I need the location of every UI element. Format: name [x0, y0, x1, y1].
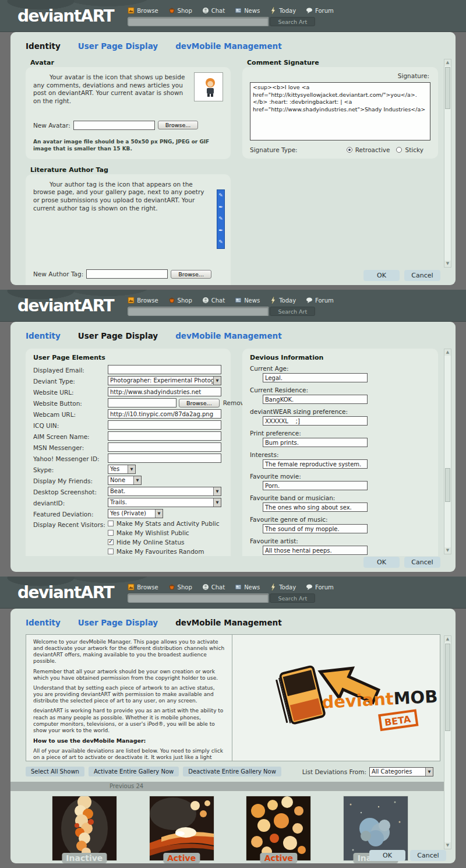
scroll-up-arrow[interactable]: ▲: [444, 349, 451, 356]
scroll-down-arrow[interactable]: ▼: [444, 842, 451, 849]
scroll-down-arrow[interactable]: ▼: [444, 547, 451, 554]
tab-user-page-display[interactable]: User Page Display: [78, 618, 158, 627]
tab-user-page-display[interactable]: User Page Display: [78, 41, 158, 51]
webcam-url-input[interactable]: [108, 409, 221, 419]
search-input[interactable]: [128, 307, 269, 316]
ok-button[interactable]: OK: [363, 557, 400, 568]
nav-forum[interactable]: Forum: [306, 7, 334, 14]
nav-browse[interactable]: Browse: [128, 584, 158, 591]
panel-scrollbar[interactable]: ▲ ▼: [444, 59, 451, 268]
scrollbar-thumb[interactable]: [445, 644, 450, 731]
retroactive-radio[interactable]: [347, 147, 352, 153]
nav-news[interactable]: News: [235, 7, 260, 14]
current-residence-input[interactable]: [263, 395, 368, 404]
signature-textarea[interactable]: <sup><b>I love <a href="http://kittysyel…: [250, 82, 430, 140]
nav-chat[interactable]: Chat: [202, 297, 225, 304]
tab-devmobile-management[interactable]: devMobile Management: [175, 618, 281, 627]
nav-forum[interactable]: Forum: [306, 297, 334, 304]
cancel-button[interactable]: Cancel: [410, 850, 446, 861]
nav-news[interactable]: News: [235, 297, 260, 304]
deviant-type-select[interactable]: Photographer: Experimental Photographer▼: [108, 376, 221, 385]
cancel-button[interactable]: Cancel: [404, 270, 440, 281]
stats-public-checkbox[interactable]: [108, 521, 114, 526]
nav-shop[interactable]: Shop: [168, 584, 192, 591]
nav-browse[interactable]: Browse: [128, 7, 158, 14]
list-deviations-select[interactable]: All Categories▼: [369, 767, 433, 776]
nav-today[interactable]: Today: [270, 297, 296, 304]
nav-chat[interactable]: Chat: [202, 584, 225, 591]
deviantart-logo[interactable]: deviantART: [17, 583, 114, 602]
scroll-down-arrow[interactable]: ▼: [444, 261, 451, 267]
website-button-input[interactable]: [108, 398, 176, 407]
nav-shop[interactable]: Shop: [168, 7, 192, 14]
nav-forum[interactable]: Forum: [306, 584, 334, 591]
scroll-up-arrow[interactable]: ▲: [444, 59, 451, 66]
skype-select[interactable]: Yes▼: [108, 465, 136, 474]
wishlist-public-checkbox[interactable]: [108, 530, 114, 536]
favourite-band-input[interactable]: [263, 502, 368, 512]
avatar-browse-button[interactable]: Browse...: [158, 121, 199, 129]
website-url-input[interactable]: [108, 387, 221, 396]
search-art-button[interactable]: Search Art: [270, 593, 315, 603]
favourite-movie-input[interactable]: [263, 481, 368, 490]
favourites-random-checkbox[interactable]: [108, 549, 114, 554]
deviantart-logo[interactable]: deviantART: [17, 6, 114, 26]
deviation-thumbnail-spark-ii[interactable]: Active: [246, 796, 311, 863]
tab-identity[interactable]: Identity: [26, 618, 61, 627]
featured-deviation-select[interactable]: Yes (Private)▼: [108, 509, 163, 518]
print-preference-input[interactable]: [263, 438, 368, 447]
nav-today[interactable]: Today: [270, 584, 296, 591]
displayed-email-input[interactable]: [108, 365, 221, 374]
interests-input[interactable]: [263, 459, 368, 469]
deviantart-logo[interactable]: deviantART: [17, 296, 114, 315]
msn-input[interactable]: [108, 442, 221, 452]
yahoo-input[interactable]: [108, 454, 221, 463]
nav-today[interactable]: Today: [270, 7, 296, 14]
select-all-shown-button[interactable]: Select All Shown: [26, 767, 84, 776]
scrollbar-thumb[interactable]: [445, 67, 450, 109]
tab-user-page-display[interactable]: User Page Display: [78, 331, 158, 340]
search-input[interactable]: [128, 593, 269, 603]
deviantid-select[interactable]: Trails.▼: [108, 498, 221, 507]
ok-button[interactable]: OK: [369, 850, 405, 861]
deviantwear-sizing-input[interactable]: [263, 416, 368, 426]
current-age-input[interactable]: [263, 373, 368, 382]
author-tag-browse-button[interactable]: Browse...: [171, 270, 211, 279]
ok-button[interactable]: OK: [363, 270, 400, 281]
tab-devmobile-management[interactable]: devMobile Management: [175, 331, 281, 340]
deactivate-gallery-button[interactable]: Deactivate Entire Gallery Now: [183, 767, 281, 776]
deviation-thumbnail-trails[interactable]: Active: [149, 796, 214, 863]
search-input[interactable]: [128, 17, 269, 26]
tab-devmobile-management[interactable]: devMobile Management: [175, 41, 281, 51]
panel-scrollbar[interactable]: ▲ ▼: [444, 635, 451, 849]
deviation-thumbnail-spark[interactable]: Inactive: [52, 796, 117, 863]
nav-browse[interactable]: Browse: [128, 297, 158, 304]
devious-information-title: Devious Information: [250, 354, 430, 361]
icq-input[interactable]: [108, 420, 221, 430]
favourite-genre-input[interactable]: [263, 524, 368, 533]
nav-news[interactable]: News: [235, 584, 260, 591]
shop-icon: [168, 7, 175, 14]
nav-chat[interactable]: Chat: [202, 7, 225, 14]
nav-shop[interactable]: Shop: [168, 297, 192, 304]
search-art-button[interactable]: Search Art: [270, 17, 315, 26]
favourite-artist-input[interactable]: [263, 546, 368, 555]
new-author-tag-input[interactable]: [86, 269, 168, 279]
new-avatar-input[interactable]: [73, 121, 155, 130]
aim-input[interactable]: [108, 431, 221, 441]
tab-identity[interactable]: Identity: [26, 41, 61, 51]
tab-identity[interactable]: Identity: [26, 331, 61, 340]
cancel-button[interactable]: Cancel: [404, 557, 440, 568]
scrollbar-thumb[interactable]: [445, 468, 450, 502]
panel-scrollbar[interactable]: ▲ ▼: [444, 349, 451, 554]
search-art-button[interactable]: Search Art: [270, 307, 315, 316]
desktop-screenshot-select[interactable]: Beat.▼: [108, 487, 221, 496]
previous-24-button[interactable]: Previous 24: [110, 783, 143, 789]
scroll-up-arrow[interactable]: ▲: [444, 636, 451, 642]
sticky-radio[interactable]: [396, 147, 402, 153]
display-friends-select[interactable]: None▼: [108, 476, 142, 485]
hide-online-status-checkbox[interactable]: [108, 539, 114, 545]
user-page-elements-title: User Page Elements: [33, 354, 223, 361]
website-button-browse[interactable]: Browse...: [179, 399, 220, 407]
activate-gallery-button[interactable]: Activate Entire Gallery Now: [89, 767, 179, 776]
